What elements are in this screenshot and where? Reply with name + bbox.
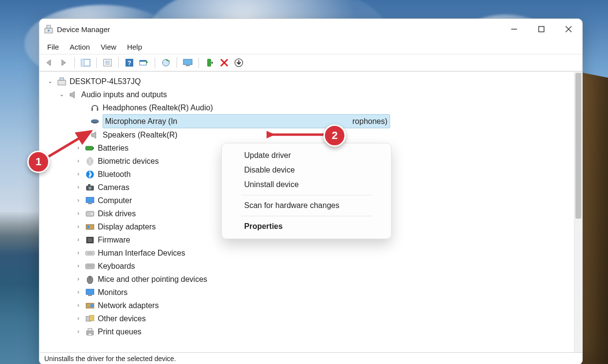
device-manager-window: Device Manager File Action View Help ? [39, 18, 583, 364]
menu-view[interactable]: View [101, 43, 116, 51]
context-menu-disable-device[interactable]: Disable device [222, 163, 391, 177]
svg-text:?: ? [127, 59, 131, 67]
tree-category-keyboards[interactable]: › Keyboards [46, 260, 574, 273]
menu-help[interactable]: Help [127, 43, 142, 51]
network-icon [85, 301, 95, 310]
toolbar-uninstall-button[interactable] [217, 56, 231, 69]
chevron-down-icon[interactable]: ⌄ [58, 91, 66, 99]
toolbar-properties-button[interactable] [101, 56, 114, 69]
chevron-right-icon[interactable]: › [74, 315, 82, 323]
chevron-right-icon[interactable]: › [74, 223, 82, 231]
chevron-right-icon[interactable]: › [74, 262, 82, 270]
tree-device-label: Headphones (Realtek(R) Audio) [103, 101, 213, 114]
tree-category-print[interactable]: › Print queues [46, 325, 574, 338]
chevron-right-icon[interactable]: › [74, 249, 82, 257]
chevron-right-icon[interactable]: › [74, 184, 82, 191]
down-arrow-icon [234, 58, 243, 67]
chevron-down-icon[interactable]: ⌄ [46, 78, 54, 86]
svg-rect-56 [86, 289, 94, 295]
toolbar-back-button[interactable] [42, 56, 56, 69]
tree-category-label: Mice and other pointing devices [98, 273, 207, 286]
context-menu-separator [241, 195, 372, 195]
tree-device-label: Speakers (Realtek(R) [103, 128, 178, 141]
toolbar-enable-button[interactable] [203, 56, 216, 69]
toolbar-forward-button[interactable] [57, 56, 71, 69]
tree-root-label: DESKTOP-4L537JQ [70, 75, 141, 88]
svg-rect-48 [86, 251, 94, 255]
properties-icon [103, 59, 112, 67]
tree-category-hid[interactable]: › Human Interface Devices [46, 246, 574, 260]
chevron-right-icon[interactable]: › [74, 210, 82, 218]
tree-device-microphone-selected[interactable]: Microphone Array (Inrophones) [46, 114, 574, 128]
toolbar-disable-button[interactable] [232, 56, 246, 69]
tree-device-speakers[interactable]: Speakers (Realtek(R) [46, 128, 574, 141]
chevron-right-icon[interactable]: › [74, 289, 82, 296]
chevron-right-icon[interactable]: › [74, 144, 82, 152]
svg-rect-59 [90, 304, 93, 307]
microphone-icon [90, 117, 100, 126]
tree-category-label: Disk drives [98, 207, 136, 220]
svg-point-18 [162, 59, 169, 66]
maximize-button[interactable] [528, 19, 555, 39]
close-icon [565, 26, 572, 33]
arrow-left-icon [45, 59, 54, 67]
context-menu: Update driver Disable device Uninstall d… [221, 143, 392, 239]
fingerprint-icon [85, 157, 95, 166]
scrollbar-thumb[interactable] [575, 73, 581, 219]
tree-device-headphones[interactable]: Headphones (Realtek(R) Audio) [46, 101, 574, 114]
context-menu-properties[interactable]: Properties [222, 219, 391, 234]
toolbar-show-hide-button[interactable] [79, 56, 92, 69]
maximize-icon [538, 26, 545, 33]
context-menu-scan-hardware[interactable]: Scan for hardware changes [222, 198, 391, 213]
tree-category-mice[interactable]: › Mice and other pointing devices [46, 273, 574, 286]
svg-rect-57 [88, 295, 92, 296]
toolbar-scan-button[interactable] [137, 56, 151, 69]
bluetooth-icon [85, 170, 95, 179]
tree-category-label: Firmware [98, 233, 130, 246]
svg-rect-32 [93, 147, 94, 149]
other-devices-icon [85, 314, 95, 323]
tree-category-monitors[interactable]: › Monitors [46, 286, 574, 299]
window-title: Device Manager [57, 25, 110, 34]
toolbar-update-button[interactable] [159, 56, 173, 69]
annotation-callout-2: 2 [323, 124, 346, 147]
tree-category-label: Keyboards [98, 260, 135, 273]
svg-point-35 [89, 159, 91, 163]
tree-category-network[interactable]: › Network adapters [46, 299, 574, 312]
toolbar-help-button[interactable]: ? [123, 56, 136, 69]
tree-category-label: Cameras [98, 181, 129, 194]
context-menu-uninstall-device[interactable]: Uninstall device [222, 177, 391, 192]
toolbar: ? [39, 54, 582, 71]
tree-root[interactable]: ⌄ DESKTOP-4L537JQ [46, 75, 574, 88]
chevron-right-icon[interactable]: › [74, 236, 82, 244]
chevron-right-icon[interactable]: › [74, 276, 82, 283]
annotation-callout-1: 1 [27, 151, 50, 173]
menu-action[interactable]: Action [70, 43, 90, 51]
menu-file[interactable]: File [47, 43, 59, 51]
chevron-right-icon[interactable]: › [74, 157, 82, 165]
chevron-right-icon[interactable]: › [74, 171, 82, 178]
tree-category-audio[interactable]: ⌄ Audio inputs and outputs [46, 88, 574, 101]
svg-rect-63 [88, 329, 92, 331]
tree-category-label: Other devices [98, 312, 146, 325]
monitor-icon [85, 196, 95, 205]
close-button[interactable] [555, 19, 582, 39]
chevron-right-icon[interactable]: › [74, 302, 82, 310]
minimize-button[interactable] [501, 19, 528, 39]
chevron-right-icon[interactable]: › [74, 197, 82, 205]
device-manager-app-icon [44, 25, 53, 34]
window-controls [501, 19, 582, 39]
svg-rect-26 [60, 78, 64, 80]
tree-category-label: Print queues [98, 325, 142, 338]
speaker-icon [90, 131, 100, 139]
tree-category-other[interactable]: › Other devices [46, 312, 574, 325]
context-menu-update-driver[interactable]: Update driver [222, 148, 391, 163]
computer-icon [57, 77, 67, 86]
chevron-right-icon[interactable]: › [74, 328, 82, 336]
svg-rect-28 [97, 108, 98, 111]
disk-icon [85, 209, 95, 218]
toolbar-monitor-button[interactable] [181, 56, 195, 69]
vertical-scrollbar[interactable] [574, 72, 582, 352]
minimize-icon [511, 26, 518, 33]
svg-rect-51 [86, 264, 94, 269]
